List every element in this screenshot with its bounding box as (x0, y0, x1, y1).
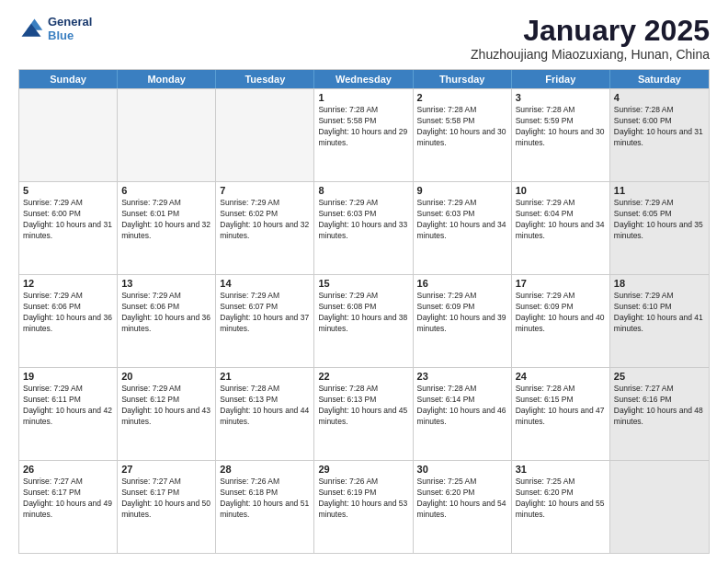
day-number: 6 (121, 185, 211, 196)
calendar-cell: 7Sunrise: 7:29 AMSunset: 6:02 PMDaylight… (216, 182, 314, 274)
calendar-cell: 30Sunrise: 7:25 AMSunset: 6:20 PMDayligh… (414, 461, 512, 553)
calendar-cell: 21Sunrise: 7:28 AMSunset: 6:13 PMDayligh… (216, 368, 314, 460)
calendar-cell: 2Sunrise: 7:28 AMSunset: 5:58 PMDaylight… (414, 89, 512, 181)
day-info: Sunrise: 7:27 AMSunset: 6:17 PMDaylight:… (23, 477, 113, 521)
day-info: Sunrise: 7:26 AMSunset: 6:18 PMDaylight:… (220, 477, 310, 521)
generalblue-icon (18, 16, 44, 41)
calendar-cell (216, 89, 314, 181)
day-number: 13 (121, 278, 211, 289)
day-info: Sunrise: 7:25 AMSunset: 6:20 PMDaylight:… (417, 477, 507, 521)
day-info: Sunrise: 7:29 AMSunset: 6:12 PMDaylight:… (121, 384, 211, 428)
day-info: Sunrise: 7:29 AMSunset: 6:00 PMDaylight:… (23, 198, 113, 242)
weekday-header-sunday: Sunday (19, 70, 118, 88)
day-info: Sunrise: 7:29 AMSunset: 6:09 PMDaylight:… (417, 291, 507, 335)
calendar-cell: 9Sunrise: 7:29 AMSunset: 6:03 PMDaylight… (414, 182, 512, 274)
title-block: January 2025 Zhuzhoujiang Miaozuxiang, H… (471, 15, 710, 62)
day-number: 30 (417, 464, 507, 475)
day-number: 29 (318, 464, 408, 475)
weekday-header-monday: Monday (118, 70, 216, 88)
day-number: 12 (23, 278, 113, 289)
calendar-cell: 31Sunrise: 7:25 AMSunset: 6:20 PMDayligh… (512, 461, 610, 553)
weekday-header-friday: Friday (512, 70, 610, 88)
calendar-body: 1Sunrise: 7:28 AMSunset: 5:58 PMDaylight… (19, 88, 709, 553)
day-number: 2 (417, 92, 507, 103)
calendar-row-4: 19Sunrise: 7:29 AMSunset: 6:11 PMDayligh… (19, 367, 709, 460)
calendar-row-5: 26Sunrise: 7:27 AMSunset: 6:17 PMDayligh… (19, 460, 709, 553)
day-number: 8 (318, 185, 408, 196)
calendar-cell: 25Sunrise: 7:27 AMSunset: 6:16 PMDayligh… (610, 368, 709, 460)
day-number: 26 (23, 464, 113, 475)
calendar-cell: 3Sunrise: 7:28 AMSunset: 5:59 PMDaylight… (512, 89, 610, 181)
calendar-cell: 22Sunrise: 7:28 AMSunset: 6:13 PMDayligh… (314, 368, 413, 460)
calendar-cell: 5Sunrise: 7:29 AMSunset: 6:00 PMDaylight… (19, 182, 118, 274)
day-info: Sunrise: 7:26 AMSunset: 6:19 PMDaylight:… (318, 477, 408, 521)
day-number: 15 (318, 278, 408, 289)
day-info: Sunrise: 7:29 AMSunset: 6:07 PMDaylight:… (220, 291, 310, 335)
day-info: Sunrise: 7:27 AMSunset: 6:16 PMDaylight:… (614, 384, 705, 428)
day-number: 28 (220, 464, 310, 475)
day-number: 3 (516, 92, 606, 103)
day-info: Sunrise: 7:28 AMSunset: 6:15 PMDaylight:… (516, 384, 606, 428)
calendar: SundayMondayTuesdayWednesdayThursdayFrid… (18, 69, 710, 554)
day-info: Sunrise: 7:29 AMSunset: 6:03 PMDaylight:… (318, 198, 408, 242)
day-info: Sunrise: 7:29 AMSunset: 6:03 PMDaylight:… (417, 198, 507, 242)
day-number: 27 (121, 464, 211, 475)
day-number: 19 (23, 371, 113, 382)
day-info: Sunrise: 7:29 AMSunset: 6:05 PMDaylight:… (614, 198, 705, 242)
day-number: 4 (614, 92, 705, 103)
calendar-cell: 8Sunrise: 7:29 AMSunset: 6:03 PMDaylight… (314, 182, 413, 274)
calendar-cell: 4Sunrise: 7:28 AMSunset: 6:00 PMDaylight… (610, 89, 709, 181)
calendar-cell: 15Sunrise: 7:29 AMSunset: 6:08 PMDayligh… (314, 275, 413, 367)
day-number: 24 (516, 371, 606, 382)
day-number: 22 (318, 371, 408, 382)
logo-text: General Blue (48, 15, 92, 42)
day-info: Sunrise: 7:28 AMSunset: 5:58 PMDaylight:… (318, 105, 408, 149)
day-info: Sunrise: 7:28 AMSunset: 6:00 PMDaylight:… (614, 105, 705, 149)
day-info: Sunrise: 7:29 AMSunset: 6:10 PMDaylight:… (614, 291, 705, 335)
day-info: Sunrise: 7:28 AMSunset: 6:13 PMDaylight:… (220, 384, 310, 428)
day-number: 31 (516, 464, 606, 475)
logo: General Blue (18, 15, 92, 42)
calendar-row-2: 5Sunrise: 7:29 AMSunset: 6:00 PMDaylight… (19, 181, 709, 274)
calendar-cell: 19Sunrise: 7:29 AMSunset: 6:11 PMDayligh… (19, 368, 118, 460)
day-number: 16 (417, 278, 507, 289)
day-info: Sunrise: 7:29 AMSunset: 6:11 PMDaylight:… (23, 384, 113, 428)
weekday-header-saturday: Saturday (610, 70, 709, 88)
weekday-header-wednesday: Wednesday (314, 70, 413, 88)
calendar-cell: 6Sunrise: 7:29 AMSunset: 6:01 PMDaylight… (118, 182, 216, 274)
calendar-cell: 12Sunrise: 7:29 AMSunset: 6:06 PMDayligh… (19, 275, 118, 367)
calendar-cell: 29Sunrise: 7:26 AMSunset: 6:19 PMDayligh… (314, 461, 413, 553)
day-number: 17 (516, 278, 606, 289)
calendar-cell: 10Sunrise: 7:29 AMSunset: 6:04 PMDayligh… (512, 182, 610, 274)
day-info: Sunrise: 7:28 AMSunset: 5:59 PMDaylight:… (516, 105, 606, 149)
calendar-cell: 17Sunrise: 7:29 AMSunset: 6:09 PMDayligh… (512, 275, 610, 367)
day-info: Sunrise: 7:29 AMSunset: 6:06 PMDaylight:… (121, 291, 211, 335)
calendar-cell: 24Sunrise: 7:28 AMSunset: 6:15 PMDayligh… (512, 368, 610, 460)
day-number: 1 (318, 92, 408, 103)
day-number: 20 (121, 371, 211, 382)
calendar-cell (610, 461, 709, 553)
calendar-cell: 16Sunrise: 7:29 AMSunset: 6:09 PMDayligh… (414, 275, 512, 367)
day-info: Sunrise: 7:29 AMSunset: 6:06 PMDaylight:… (23, 291, 113, 335)
calendar-cell: 23Sunrise: 7:28 AMSunset: 6:14 PMDayligh… (414, 368, 512, 460)
day-info: Sunrise: 7:29 AMSunset: 6:02 PMDaylight:… (220, 198, 310, 242)
location-subtitle: Zhuzhoujiang Miaozuxiang, Hunan, China (471, 47, 710, 62)
day-info: Sunrise: 7:28 AMSunset: 5:58 PMDaylight:… (417, 105, 507, 149)
calendar-cell: 26Sunrise: 7:27 AMSunset: 6:17 PMDayligh… (19, 461, 118, 553)
day-info: Sunrise: 7:29 AMSunset: 6:08 PMDaylight:… (318, 291, 408, 335)
day-number: 18 (614, 278, 705, 289)
calendar-cell: 27Sunrise: 7:27 AMSunset: 6:17 PMDayligh… (118, 461, 216, 553)
calendar-cell: 28Sunrise: 7:26 AMSunset: 6:18 PMDayligh… (216, 461, 314, 553)
day-info: Sunrise: 7:28 AMSunset: 6:13 PMDaylight:… (318, 384, 408, 428)
day-number: 21 (220, 371, 310, 382)
day-info: Sunrise: 7:27 AMSunset: 6:17 PMDaylight:… (121, 477, 211, 521)
weekday-header-tuesday: Tuesday (216, 70, 314, 88)
day-info: Sunrise: 7:29 AMSunset: 6:04 PMDaylight:… (516, 198, 606, 242)
day-number: 11 (614, 185, 705, 196)
calendar-cell: 1Sunrise: 7:28 AMSunset: 5:58 PMDaylight… (314, 89, 413, 181)
day-info: Sunrise: 7:29 AMSunset: 6:09 PMDaylight:… (516, 291, 606, 335)
calendar-cell: 20Sunrise: 7:29 AMSunset: 6:12 PMDayligh… (118, 368, 216, 460)
calendar-cell: 13Sunrise: 7:29 AMSunset: 6:06 PMDayligh… (118, 275, 216, 367)
calendar-cell: 18Sunrise: 7:29 AMSunset: 6:10 PMDayligh… (610, 275, 709, 367)
calendar-row-3: 12Sunrise: 7:29 AMSunset: 6:06 PMDayligh… (19, 274, 709, 367)
